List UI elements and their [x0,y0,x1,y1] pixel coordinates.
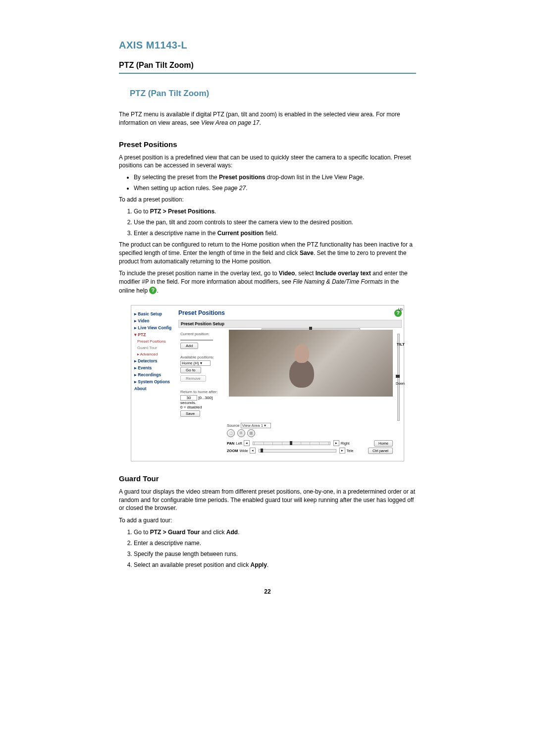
zoom-tele-button[interactable]: ▸ [339,448,345,454]
ordered-list: Go to PTZ > Preset Positions. Use the pa… [134,208,416,237]
list-item: Select an available preset position and … [134,561,416,568]
sidebar-item-ptz[interactable]: ▾ PTZ [134,332,176,337]
text: field. [264,230,278,237]
current-position-input[interactable] [180,340,213,341]
paragraph: A guard tour displays the video stream f… [119,488,416,512]
zoom-slider[interactable] [259,449,336,453]
pan-label: PAN [227,441,234,446]
text: . [214,208,216,215]
sidebar-item-basic-setup[interactable]: ▸ Basic Setup [134,311,176,316]
text: , select [295,270,315,277]
list-item: Go to PTZ > Guard Tour and click Add. [134,529,416,536]
list-item: By selecting the preset from the Preset … [134,174,416,181]
ctrl-panel-button[interactable]: Ctrl panel [368,448,393,454]
available-positions-select[interactable]: Home (H) ▾ [180,360,211,366]
sidebar-item-about[interactable]: About [134,386,176,391]
source-select[interactable]: View Area 1 ▾ [241,423,271,428]
text: To include the preset position name in t… [119,270,279,277]
ui-path: PTZ > Guard Tour [150,529,200,536]
text: Go to [134,529,150,536]
guard-tour-heading: Guard Tour [119,474,416,483]
text: in the field. For more information about… [149,278,293,285]
intro-paragraph: The PTZ menu is available if digital PTZ… [119,110,416,127]
text: . [260,119,261,126]
panel-title: Preset Positions [178,309,225,316]
view-mode-3-icon[interactable]: ▦ [247,429,255,437]
tilt-slider[interactable] [397,334,400,420]
bullet-list: By selecting the preset from the Preset … [134,174,416,192]
sidebar-item-detectors[interactable]: ▸ Detectors [134,358,176,363]
ui-term: Save [300,250,314,256]
modifier-code: #P [142,279,149,286]
ui-term: Include overlay text [316,270,371,277]
sidebar-item-guard-tour[interactable]: Guard Tour [137,346,176,350]
tilt-label: TILT [397,342,405,347]
pan-left-button[interactable]: ◂ [244,440,250,446]
help-icon: ? [149,287,157,294]
pan-left-label: Left [236,441,242,446]
cross-ref: page 27 [224,185,246,192]
paragraph: The product can be configured to return … [119,241,416,265]
add-button[interactable]: Add [180,343,198,349]
text: . [267,561,268,568]
paragraph: To add a preset position: [119,196,416,204]
remove-button[interactable]: Remove [180,375,206,382]
current-position-label: Current position: [180,332,225,336]
text: . [246,185,247,192]
text: and click [200,529,226,536]
ui-term: Add [226,529,238,536]
panel-subtitle: Preset Position Setup [178,320,402,328]
zoom-wide-button[interactable]: ◂ [250,448,256,454]
sidebar-item-events[interactable]: ▸ Events [134,365,176,370]
text: . [157,287,158,294]
text: Select an available preset position and … [134,561,250,568]
return-home-input[interactable]: 30 [180,395,197,401]
zoom-label: ZOOM [227,449,238,453]
view-mode-buttons: ◻ ⊞ ▦ [227,429,393,437]
list-item: Go to PTZ > Preset Positions. [134,208,416,215]
screenshot-figure: ▸ Basic Setup ▸ Video ▸ Live View Config… [131,305,404,461]
ui-term: Apply [250,561,267,568]
sidebar: ▸ Basic Setup ▸ Video ▸ Live View Config… [131,305,178,461]
save-button[interactable]: Save [180,410,200,417]
pan-right-label: Right [341,441,350,446]
pan-right-button[interactable]: ▸ [333,440,339,446]
sidebar-item-advanced[interactable]: ▸ Advanced [137,352,176,356]
source-label: Source [227,423,239,428]
available-positions-label: Available positions: [180,355,225,359]
return-home-label: Return to home after: [180,390,225,394]
sidebar-item-system-options[interactable]: ▸ System Options [134,379,176,384]
goto-button[interactable]: Go to [180,367,201,373]
sidebar-item-video[interactable]: ▸ Video [134,318,176,323]
divider [119,73,416,74]
ui-term: Current position [217,230,264,237]
ui-term: Video [279,270,295,277]
home-button[interactable]: Home [374,440,393,447]
paragraph: To include the preset position name in t… [119,269,416,295]
sidebar-item-live-view-config[interactable]: ▸ Live View Config [134,325,176,330]
return-home-note: 0 = disabled [180,405,225,409]
sidebar-item-preset-positions[interactable]: Preset Positions [137,339,176,344]
ui-term: Preset positions [219,174,265,181]
list-item: Enter a descriptive name. [134,540,416,547]
pan-slider[interactable] [253,442,330,445]
tilt-up-label: Up [398,307,403,311]
view-mode-1-icon[interactable]: ◻ [227,429,235,437]
cross-ref: View Area on page 17 [201,119,259,126]
paragraph: To add a guard tour: [119,516,416,525]
page-number: 22 [119,588,416,595]
list-item: When setting up action rules. See page 2… [134,185,416,192]
list-item: Use the pan, tilt and zoom controls to s… [134,219,416,226]
ptz-heading: PTZ (Pan Tilt Zoom) [119,89,416,99]
live-video-preview [229,330,393,397]
sidebar-item-recordings[interactable]: ▸ Recordings [134,372,176,377]
zoom-wide-label: Wide [240,449,248,453]
view-mode-2-icon[interactable]: ⊞ [237,429,245,437]
text: Enter a descriptive name in the [134,230,217,237]
text: Go to [134,208,150,215]
text: drop-down list in the Live View Page. [265,174,364,181]
text: By selecting the preset from the [134,174,219,181]
list-item: Specify the pause length between runs. [134,551,416,557]
zoom-tele-label: Tele [347,449,354,453]
preset-positions-heading: Preset Positions [119,140,416,149]
